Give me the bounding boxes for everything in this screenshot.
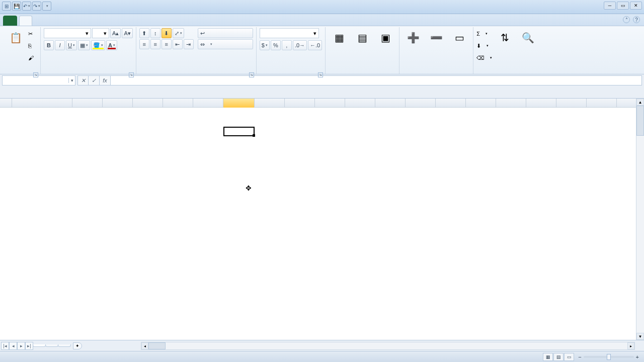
font-color-button[interactable]: A	[106, 40, 117, 50]
font-name-select[interactable]: ▾	[44, 28, 91, 38]
accounting-format-icon[interactable]: $	[260, 40, 270, 50]
align-top-icon[interactable]: ⬆	[139, 28, 149, 38]
scroll-thumb[interactable]	[148, 342, 166, 349]
name-box[interactable]: ▾	[2, 75, 75, 85]
cancel-formula-icon[interactable]: ✕	[77, 75, 89, 85]
tab-page-layout[interactable]	[45, 16, 58, 26]
page-break-view-icon[interactable]: ▭	[564, 353, 574, 361]
percent-format-icon[interactable]: %	[271, 40, 281, 50]
fx-icon[interactable]: fx	[100, 75, 111, 85]
fill-handle[interactable]	[253, 134, 255, 137]
launcher-icon[interactable]: ↘	[129, 72, 134, 77]
orientation-icon[interactable]: ⤢	[173, 28, 184, 38]
increase-font-icon[interactable]: A▴	[110, 28, 121, 38]
paste-button[interactable]: 📋	[5, 28, 26, 48]
col-header[interactable]	[103, 99, 133, 108]
comma-format-icon[interactable]: ,	[282, 40, 292, 50]
col-header[interactable]	[163, 99, 193, 108]
sheet-tab[interactable]	[33, 344, 46, 347]
conditional-formatting-button[interactable]: ▦	[329, 28, 350, 48]
zoom-control[interactable]: − +	[578, 354, 641, 360]
horizontal-scrollbar[interactable]: ◂ ▸	[141, 342, 635, 350]
col-header[interactable]	[375, 99, 406, 108]
launcher-icon[interactable]: ↘	[33, 72, 38, 77]
fill-color-button[interactable]: 🪣	[91, 40, 105, 50]
formula-input[interactable]	[111, 75, 642, 85]
zoom-thumb[interactable]	[607, 354, 611, 360]
col-header[interactable]	[193, 99, 223, 108]
zoom-slider[interactable]	[584, 356, 634, 358]
normal-view-icon[interactable]: ▦	[543, 353, 553, 361]
scroll-down-icon[interactable]: ▼	[636, 333, 644, 340]
col-header[interactable]	[255, 99, 285, 108]
align-bottom-icon[interactable]: ⬇	[162, 28, 172, 38]
chevron-down-icon[interactable]: ▾	[68, 78, 75, 83]
sheet-tab[interactable]	[58, 344, 71, 347]
align-right-icon[interactable]: ≡	[162, 39, 172, 49]
select-all-corner[interactable]	[0, 99, 12, 107]
col-header[interactable]	[556, 99, 587, 108]
col-header[interactable]	[526, 99, 556, 108]
decrease-decimal-icon[interactable]: ←.0	[308, 40, 322, 50]
number-format-select[interactable]: ▾	[260, 28, 319, 38]
clear-button[interactable]: ⌫ ▾	[476, 52, 492, 63]
scroll-right-icon[interactable]: ▸	[627, 342, 634, 349]
tab-addins[interactable]	[124, 16, 137, 26]
format-painter-button[interactable]: 🖌	[28, 52, 37, 63]
minimize-icon[interactable]: ─	[604, 2, 616, 10]
help-icon[interactable]: ?	[633, 16, 640, 23]
minimize-ribbon-icon[interactable]: ˄	[623, 16, 630, 23]
launcher-icon[interactable]: ↘	[318, 72, 323, 77]
maximize-icon[interactable]: ▭	[617, 2, 629, 10]
redo-icon[interactable]: ↷	[32, 2, 41, 11]
format-as-table-button[interactable]: ▤	[352, 28, 373, 48]
underline-button[interactable]: U	[66, 40, 77, 50]
insert-cells-button[interactable]: ➕	[403, 28, 424, 48]
copy-button[interactable]: ⎘	[28, 40, 37, 51]
cut-button[interactable]: ✂	[28, 28, 37, 39]
last-sheet-icon[interactable]: ▸|	[25, 342, 33, 350]
tab-data[interactable]	[71, 16, 85, 26]
tab-developer[interactable]	[111, 16, 124, 26]
increase-indent-icon[interactable]: ⇥	[184, 39, 194, 49]
col-header[interactable]	[587, 99, 617, 108]
font-size-select[interactable]: ▾	[92, 28, 109, 38]
prev-sheet-icon[interactable]: ◂	[9, 342, 17, 350]
undo-icon[interactable]: ↶	[22, 2, 31, 11]
delete-cells-button[interactable]: ➖	[426, 28, 447, 48]
merge-center-button[interactable]: ⇔	[198, 39, 253, 49]
decrease-font-icon[interactable]: A▾	[122, 28, 132, 38]
worksheet-grid[interactable]: ✥ ▲ ▼	[0, 99, 644, 340]
qat-customize-icon[interactable]	[42, 2, 51, 11]
sheet-tab[interactable]	[45, 344, 58, 347]
col-header[interactable]	[466, 99, 496, 108]
scroll-left-icon[interactable]: ◂	[141, 342, 148, 349]
col-header[interactable]	[496, 99, 526, 108]
close-icon[interactable]: ✕	[630, 2, 642, 10]
align-middle-icon[interactable]: ↕	[150, 28, 160, 38]
tab-home[interactable]	[19, 16, 32, 26]
vertical-scrollbar[interactable]: ▲ ▼	[636, 99, 644, 340]
bold-button[interactable]: B	[44, 40, 54, 50]
tab-view[interactable]	[98, 16, 111, 26]
zoom-in-icon[interactable]: +	[636, 354, 639, 360]
tab-review[interactable]	[85, 16, 98, 26]
enter-formula-icon[interactable]: ✓	[89, 75, 100, 85]
col-header[interactable]	[285, 99, 315, 108]
tab-formulas[interactable]	[58, 16, 71, 26]
col-header[interactable]	[617, 99, 638, 108]
cell-styles-button[interactable]: ▣	[375, 28, 396, 48]
tab-insert[interactable]	[32, 16, 45, 26]
zoom-out-icon[interactable]: −	[578, 354, 581, 360]
col-header[interactable]	[72, 99, 103, 108]
fill-button[interactable]: ⬇ ▾	[476, 40, 492, 51]
wrap-text-button[interactable]: ↩	[198, 28, 253, 38]
tab-file[interactable]	[3, 16, 17, 26]
col-header[interactable]	[406, 99, 436, 108]
col-header[interactable]	[223, 99, 255, 108]
decrease-indent-icon[interactable]: ⇤	[173, 39, 183, 49]
col-header[interactable]	[345, 99, 375, 108]
col-header[interactable]	[436, 99, 466, 108]
first-sheet-icon[interactable]: |◂	[1, 342, 9, 350]
format-cells-button[interactable]: ▭	[449, 28, 470, 48]
